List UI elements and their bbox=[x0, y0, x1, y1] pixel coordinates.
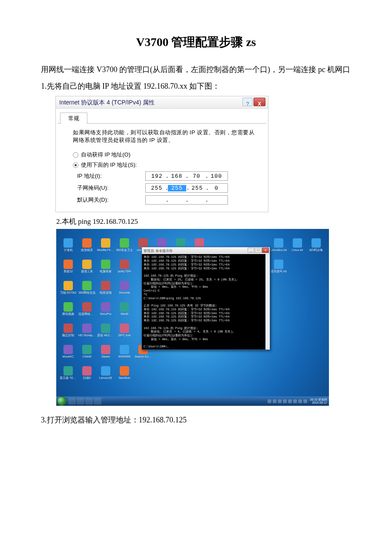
desktop-icon[interactable]: 迅雷网络加速 bbox=[78, 295, 96, 315]
desktop-icon[interactable] bbox=[134, 359, 153, 379]
desktop-icon[interactable]: 扫描9 bbox=[78, 359, 96, 379]
desktop-icon[interactable]: 360网络优选 bbox=[78, 274, 96, 294]
desktop-icon-label: Linux.txt bbox=[292, 249, 303, 251]
desktop-icon[interactable]: Steam bbox=[96, 338, 115, 358]
desktop-icon[interactable]: Wed6 bbox=[115, 295, 134, 315]
ip-address-label: IP 地址(I): bbox=[77, 172, 145, 180]
radio-auto-ip[interactable]: 自动获得 IP 地址(O) bbox=[58, 150, 266, 160]
maximize-button[interactable]: □ bbox=[255, 248, 262, 253]
desktop-icon[interactable]: Lenovo对 bbox=[96, 359, 115, 379]
ipv4-properties-dialog: Internet 协议版本 4 (TCP/IPv4) 属性 ? X 常规 如果网… bbox=[55, 96, 268, 212]
app-icon bbox=[101, 302, 110, 312]
desktop-icon[interactable]: OSAM bbox=[78, 338, 96, 358]
desktop-icon[interactable]: 电脑管家 bbox=[96, 252, 115, 273]
tray-icon[interactable] bbox=[268, 399, 271, 403]
txt-file-icon bbox=[293, 238, 302, 248]
gateway-field[interactable]: . . . bbox=[145, 195, 228, 205]
desktop-icon[interactable]: SIPC.exe bbox=[115, 316, 134, 337]
windows-taskbar[interactable]: 20:10 星期四 2015-09-17 bbox=[56, 396, 329, 406]
app-icon bbox=[82, 324, 92, 333]
app-icon bbox=[176, 238, 185, 248]
app-icon bbox=[120, 345, 129, 354]
desktop-icon-label: 政策精灵 bbox=[81, 249, 93, 251]
desktop-icon[interactable] bbox=[171, 359, 190, 379]
command-prompt-window[interactable]: 管理员: 命令提示符 _ □ x 来自 192.168.70.125 的回复: … bbox=[141, 247, 270, 350]
tray-icon[interactable] bbox=[293, 399, 297, 403]
desktop-icon-label: WINRAR bbox=[118, 355, 130, 358]
tray-icon[interactable] bbox=[288, 399, 292, 403]
taskbar-item[interactable] bbox=[68, 398, 76, 405]
radio-manual-ip[interactable]: 使用下面的 IP 地址(S): bbox=[58, 160, 266, 170]
desktop-icon[interactable]: 万能 DOTA2 bbox=[59, 274, 78, 294]
desktop-icon-label: 喵星游戏 bbox=[100, 291, 112, 294]
desktop-icon-label: 迅雷网络加速 bbox=[78, 312, 95, 315]
desktop-icon[interactable]: MoveKC bbox=[59, 338, 78, 358]
desktop-icons-right: LinuxBox.txtLinux.txtADI码分集通讯信号.txt bbox=[269, 231, 327, 273]
start-button[interactable] bbox=[57, 396, 66, 406]
desktop-icon[interactable]: HD Storage Manager bbox=[78, 316, 96, 337]
desktop-icon[interactable]: LinuxBox.txt bbox=[269, 231, 288, 251]
desktop-icon[interactable]: Mozilla Firefox bbox=[96, 231, 115, 251]
tray-icon[interactable] bbox=[273, 399, 277, 403]
desktop-icon[interactable]: 原创 AE2存2cm bbox=[96, 316, 115, 337]
desktop-icon-label: Lenovo对 bbox=[99, 376, 112, 379]
app-icon bbox=[195, 238, 204, 248]
ip-seg-1: 192 bbox=[148, 173, 166, 179]
taskbar-item[interactable] bbox=[85, 398, 93, 405]
help-button[interactable]: ? bbox=[242, 98, 253, 106]
radio-selected-icon bbox=[73, 162, 78, 168]
system-tray: 20:10 星期四 2015-09-17 bbox=[268, 396, 327, 406]
app-icon bbox=[63, 302, 73, 312]
mask-seg-4: 0 bbox=[208, 185, 225, 191]
taskbar-item[interactable] bbox=[94, 398, 101, 405]
desktop-icon[interactable]: 显示器 TEST bbox=[59, 359, 78, 379]
desktop-icon-label: 腾讯视频 bbox=[62, 312, 74, 315]
desktop-icon[interactable]: 360安全卫士 bbox=[115, 231, 134, 251]
desktop-icon[interactable]: Sandbox bbox=[115, 359, 134, 379]
app-icon bbox=[82, 281, 92, 290]
desktop-icon-label: Mozilla Firefox bbox=[97, 249, 114, 251]
close-button[interactable]: x bbox=[262, 248, 269, 253]
taskbar-item[interactable] bbox=[77, 398, 84, 405]
app-icon bbox=[63, 260, 73, 269]
desktop-icon[interactable]: 系统32 bbox=[59, 252, 78, 273]
cmd-titlebar[interactable]: 管理员: 命令提示符 _ □ x bbox=[142, 247, 270, 254]
radio-manual-label: 使用下面的 IP 地址(S): bbox=[81, 161, 137, 169]
tray-icon[interactable] bbox=[278, 399, 282, 403]
tray-icon[interactable] bbox=[283, 399, 287, 403]
app-icon bbox=[82, 302, 92, 312]
desktop-icon[interactable]: Linux.txt bbox=[288, 231, 307, 251]
desktop-icon[interactable]: 喵星游戏 bbox=[96, 274, 115, 294]
cmd-scrollbar[interactable] bbox=[265, 254, 270, 350]
desktop-icon[interactable]: ADI码分集 bbox=[307, 231, 326, 251]
desktop-icon[interactable]: 隆志控制 bbox=[59, 316, 78, 337]
app-icon bbox=[120, 366, 129, 376]
tab-general[interactable]: 常规 bbox=[60, 113, 87, 124]
app-icon bbox=[120, 238, 129, 248]
desktop-icon[interactable]: 通信工具 bbox=[78, 252, 96, 273]
close-button[interactable]: X bbox=[254, 98, 265, 106]
desktop-icon[interactable]: 腾讯视频 bbox=[59, 295, 78, 315]
desktop-icon[interactable]: Secunia bbox=[115, 274, 134, 294]
desktop-icon-label: 万能 DOTA2 bbox=[60, 291, 77, 294]
desktop-icon-label: Wed6 bbox=[121, 312, 128, 315]
desktop-icon[interactable] bbox=[190, 359, 209, 379]
taskbar-pinned bbox=[68, 398, 101, 405]
desktop-icon[interactable]: putty.70% bbox=[115, 252, 134, 273]
desktop-icon[interactable]: WINRAR bbox=[115, 338, 134, 358]
desktop-icon[interactable]: 政策精灵 bbox=[78, 231, 96, 251]
tray-icon[interactable] bbox=[298, 399, 302, 403]
ip-address-field[interactable]: 192. 168. 70. 100 bbox=[145, 171, 228, 181]
mask-seg-1: 255 bbox=[148, 185, 165, 191]
minimize-button[interactable]: _ bbox=[248, 248, 254, 253]
subnet-mask-field[interactable]: 255. 255. 255. 0 bbox=[145, 183, 228, 193]
tray-icon[interactable] bbox=[303, 399, 307, 403]
desktop-icon[interactable]: SimuPro bbox=[96, 295, 115, 315]
gateway-label: 默认网关(D): bbox=[77, 196, 145, 204]
desktop-icon-label: HD Storage Manager bbox=[78, 334, 95, 337]
desktop-icon-label: 360安全卫士 bbox=[116, 249, 133, 251]
desktop-icon[interactable] bbox=[153, 359, 171, 379]
desktop-icon[interactable]: 计算机 bbox=[59, 231, 78, 251]
desktop-icon[interactable]: 通讯信号.txt bbox=[269, 252, 288, 273]
taskbar-clock[interactable]: 20:10 星期四 2015-09-17 bbox=[310, 398, 327, 404]
